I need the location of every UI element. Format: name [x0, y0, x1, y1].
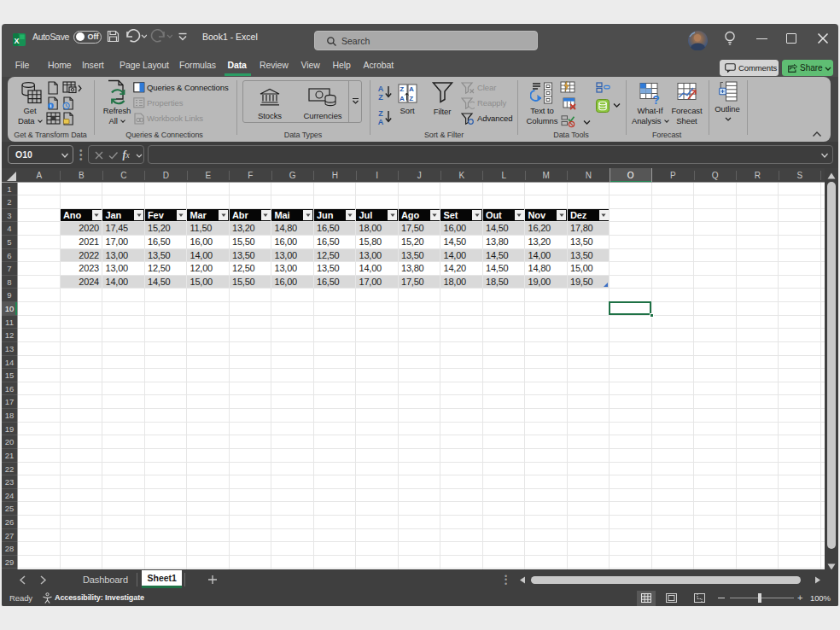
svg-text:A: A	[378, 118, 384, 126]
svg-text:X: X	[15, 37, 20, 45]
svg-text:Z: Z	[409, 95, 413, 102]
svg-text:Z: Z	[378, 109, 383, 118]
svg-text:Z: Z	[378, 93, 383, 102]
svg-text:i: i	[50, 102, 52, 108]
svg-text:A: A	[409, 85, 414, 93]
svg-text:A: A	[400, 95, 405, 102]
svg-text:?: ?	[652, 93, 660, 105]
svg-text:Z: Z	[400, 85, 404, 93]
svg-text:A: A	[378, 85, 384, 93]
